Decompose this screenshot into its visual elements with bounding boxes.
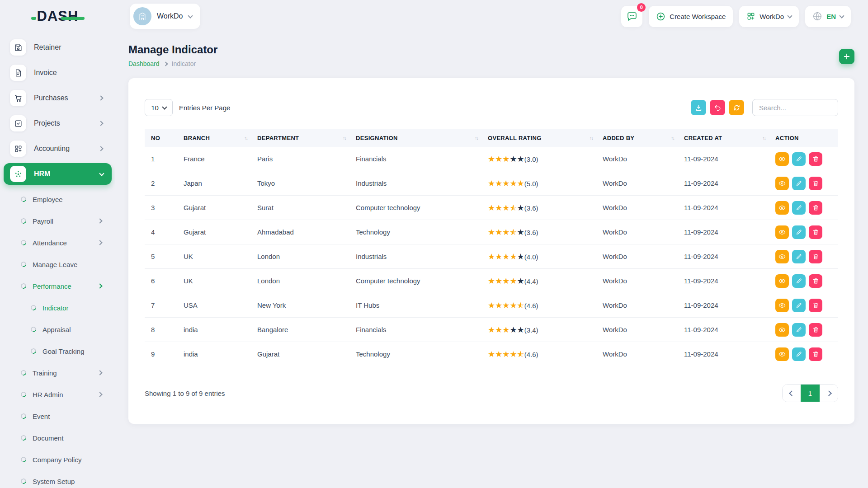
sidebar-item-training[interactable]: Training	[0, 362, 115, 384]
sidebar-item-hr-admin[interactable]: HR Admin	[0, 384, 115, 405]
column-header-added-by[interactable]: ADDED BY↑↓	[603, 129, 684, 147]
sidebar-item-retainer[interactable]: Retainer	[0, 35, 115, 60]
create-workspace-button[interactable]: Create Workspace	[649, 6, 733, 27]
column-header-created-at[interactable]: CREATED AT↑↓	[684, 129, 775, 147]
export-button[interactable]	[691, 100, 706, 115]
delete-button[interactable]	[809, 201, 822, 215]
cell-created-at: 11-09-2024	[684, 318, 775, 342]
edit-button[interactable]	[792, 250, 806, 263]
edit-button[interactable]	[792, 201, 806, 215]
reset-button[interactable]	[710, 100, 725, 115]
view-button[interactable]	[775, 152, 789, 166]
language-dropdown[interactable]: EN	[805, 6, 851, 27]
view-button[interactable]	[775, 225, 789, 239]
add-indicator-button[interactable]	[839, 49, 854, 64]
sort-icon[interactable]: ↑↓	[762, 135, 765, 141]
chevron-down-icon	[839, 13, 844, 18]
edit-button[interactable]	[792, 299, 806, 312]
cell-added-by: WorkDo	[603, 147, 684, 171]
brand-logo[interactable]: DASH	[37, 8, 79, 24]
view-button[interactable]	[775, 347, 789, 361]
cell-designation: Industrials	[356, 171, 488, 196]
breadcrumb-dashboard-link[interactable]: Dashboard	[128, 60, 160, 67]
cell-created-at: 11-09-2024	[684, 220, 775, 244]
delete-button[interactable]	[809, 177, 822, 190]
view-button[interactable]	[775, 323, 789, 337]
eye-icon	[778, 277, 786, 285]
refresh-button[interactable]	[729, 100, 744, 115]
delete-button[interactable]	[809, 323, 822, 337]
messages-button[interactable]: 0	[621, 6, 642, 27]
sidebar-item-manage-leave[interactable]: Manage Leave	[0, 253, 115, 275]
pencil-icon	[796, 155, 802, 162]
table-row: 8indiaBangaloreFinancials★★★★★(3.4)WorkD…	[145, 318, 838, 342]
cell-overall-rating: ★★★★☆★(4.6)	[488, 293, 603, 318]
sort-icon[interactable]: ↑↓	[590, 135, 593, 141]
view-button[interactable]	[775, 177, 789, 190]
sidebar-item-company-policy[interactable]: Company Policy	[0, 449, 115, 470]
sidebar-item-document[interactable]: Document	[0, 427, 115, 449]
edit-button[interactable]	[792, 177, 806, 190]
sort-icon[interactable]: ↑↓	[244, 135, 247, 141]
cell-no: 8	[145, 318, 184, 342]
sidebar-item-label: Goal Tracking	[42, 347, 85, 355]
sidebar-item-invoice[interactable]: Invoice	[0, 60, 115, 85]
sidebar-item-employee[interactable]: Employee	[0, 188, 115, 210]
edit-button[interactable]	[792, 347, 806, 361]
delete-button[interactable]	[809, 299, 822, 312]
edit-button[interactable]	[792, 152, 806, 166]
table-row: 1FranceParisFinancials★★★★★(3.0)WorkDo11…	[145, 147, 838, 171]
delete-button[interactable]	[809, 250, 822, 263]
bullet-icon	[30, 304, 37, 311]
sidebar-item-label: Event	[33, 413, 50, 420]
column-label: DESIGNATION	[356, 135, 398, 141]
column-header-department[interactable]: DEPARTMENT↑↓	[257, 129, 356, 147]
star-rating: ★★★☆★★	[488, 228, 524, 236]
entries-per-page-select[interactable]: 10	[145, 99, 173, 116]
sidebar-item-indicator[interactable]: Indicator	[0, 297, 115, 319]
sidebar-item-attendance[interactable]: Attendance	[0, 232, 115, 253]
view-button[interactable]	[775, 299, 789, 312]
sidebar-item-accounting[interactable]: Accounting	[0, 136, 115, 161]
bullet-icon	[20, 369, 27, 376]
pagination-page-1[interactable]: 1	[801, 385, 820, 402]
cell-designation: Computer technology	[356, 196, 488, 220]
pagination-prev-button[interactable]	[783, 385, 801, 402]
sort-icon[interactable]: ↑↓	[475, 135, 478, 141]
delete-button[interactable]	[809, 347, 822, 361]
eye-icon	[778, 351, 786, 358]
edit-button[interactable]	[792, 225, 806, 239]
delete-button[interactable]	[809, 274, 822, 288]
search-input[interactable]	[752, 99, 838, 116]
edit-button[interactable]	[792, 274, 806, 288]
sort-icon[interactable]: ↑↓	[671, 135, 674, 141]
workspace-selector[interactable]: WorkDo	[130, 4, 200, 29]
circle-plus-icon	[656, 12, 665, 21]
column-header-branch[interactable]: BRANCH↑↓	[184, 129, 257, 147]
star-empty-icon: ★	[517, 277, 524, 285]
sidebar-item-payroll[interactable]: Payroll	[0, 210, 115, 232]
pagination-next-button[interactable]	[820, 385, 838, 402]
download-icon	[695, 104, 703, 112]
sidebar-item-performance[interactable]: Performance	[0, 275, 115, 297]
page-title: Manage Indicator	[128, 43, 854, 56]
sidebar-item-appraisal[interactable]: Appraisal	[0, 319, 115, 340]
sidebar-item-projects[interactable]: Projects	[0, 111, 115, 136]
star-half-icon: ☆★	[509, 228, 517, 236]
view-button[interactable]	[775, 250, 789, 263]
sidebar-item-goal-tracking[interactable]: Goal Tracking	[0, 340, 115, 362]
column-header-designation[interactable]: DESIGNATION↑↓	[356, 129, 488, 147]
sidebar-item-event[interactable]: Event	[0, 405, 115, 427]
sort-icon[interactable]: ↑↓	[343, 135, 346, 141]
view-button[interactable]	[775, 274, 789, 288]
sidebar-item-system-setup[interactable]: System Setup	[0, 470, 115, 488]
workspace-dropdown[interactable]: WorkDo	[739, 6, 799, 27]
delete-button[interactable]	[809, 225, 822, 239]
cell-overall-rating: ★★★★★(5.0)	[488, 171, 603, 196]
edit-button[interactable]	[792, 323, 806, 337]
column-header-overall-rating[interactable]: OVERALL RATING↑↓	[488, 129, 603, 147]
delete-button[interactable]	[809, 152, 822, 166]
sidebar-item-hrm[interactable]: HRM	[4, 163, 112, 185]
view-button[interactable]	[775, 201, 789, 215]
sidebar-item-purchases[interactable]: Purchases	[0, 85, 115, 111]
